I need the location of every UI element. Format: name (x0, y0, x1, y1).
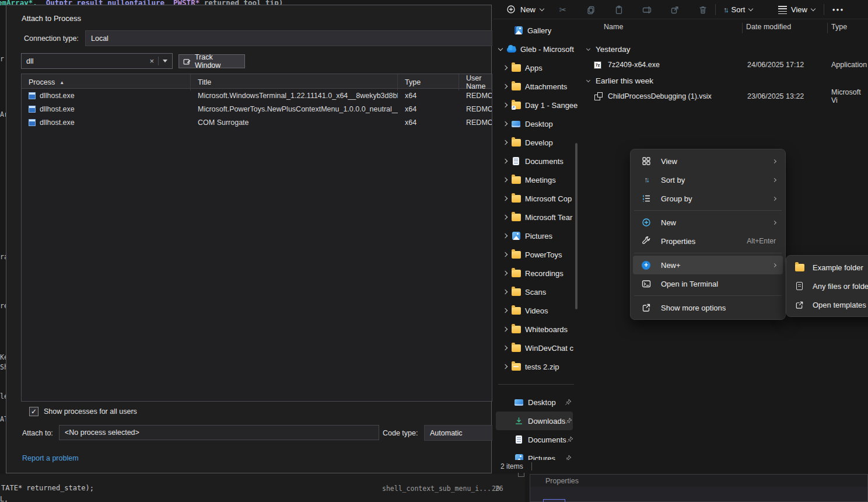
process-filter-input[interactable]: dll × (21, 53, 173, 69)
process-row[interactable]: dllhost.exe COM Surrogate x64 REDMOND (22, 116, 492, 129)
menu-item-group-by[interactable]: Group by (633, 189, 783, 208)
sidebar-item-day1[interactable]: Day 1 - Sangee (494, 96, 580, 114)
chevron-right-icon[interactable] (503, 327, 508, 332)
menu-item-open-in-terminal[interactable]: Open in Terminal (633, 274, 783, 293)
code-type-label: Code type: (383, 429, 418, 437)
column-type[interactable]: Type (398, 74, 459, 90)
sidebar-item-microsoft-cop[interactable]: Microsoft Cop (494, 189, 580, 208)
sidebar-item-pictures-pinned[interactable]: Pictures (494, 449, 580, 460)
code-type-select[interactable]: Automatic (424, 425, 492, 441)
sidebar-item-onedrive[interactable]: Gleb - Microsoft (494, 40, 580, 58)
track-window-button[interactable]: Track Window (178, 54, 245, 68)
codelens-count[interactable]: 20 (492, 484, 500, 493)
chevron-right-icon[interactable] (503, 140, 508, 145)
chevron-right-icon[interactable] (503, 233, 508, 238)
paste-button[interactable] (610, 2, 628, 17)
sort-ascending-icon: ▲ (60, 80, 64, 85)
pictures-icon (512, 232, 520, 240)
column-type[interactable]: Type (831, 23, 847, 31)
chevron-right-icon[interactable] (503, 177, 508, 182)
column-date-modified[interactable]: Date modified (746, 23, 791, 31)
sort-icon: ↑↓ (723, 5, 727, 14)
sidebar-item-desktop[interactable]: Desktop (494, 114, 580, 133)
copy-button[interactable] (582, 2, 600, 17)
sidebar-scrollbar[interactable] (575, 143, 578, 309)
rename-button[interactable] (638, 2, 656, 17)
sidebar-item-develop[interactable]: Develop (494, 133, 580, 152)
group-header-earlier-this-week[interactable]: Earlier this week (581, 73, 868, 88)
sidebar-item-meetings[interactable]: Meetings (494, 170, 580, 189)
chevron-expanded-icon[interactable] (586, 46, 590, 50)
file-row[interactable]: 7z2409-x64.exe 24/06/2025 17:12 Applicat… (581, 57, 868, 73)
sidebar-item-desktop-pinned[interactable]: Desktop (494, 393, 580, 412)
view-button[interactable]: View (775, 2, 818, 17)
see-more-button[interactable]: ●●● (830, 2, 847, 17)
sidebar-item-windevchat[interactable]: WinDevChat c (494, 339, 580, 357)
chevron-right-icon[interactable] (503, 215, 508, 219)
menu-item-new-plus[interactable]: + New+ (633, 256, 783, 274)
show-all-users-checkbox[interactable]: ✓ (29, 407, 38, 416)
chevron-right-icon[interactable] (503, 346, 508, 350)
delete-button[interactable] (694, 2, 712, 17)
menu-item-show-more-options[interactable]: Show more options (633, 298, 783, 317)
report-a-problem-link[interactable]: Report a problem (22, 454, 79, 462)
submenu-item-example-folder[interactable]: Example folder (789, 258, 868, 277)
chevron-right-icon[interactable] (503, 364, 508, 369)
chevron-right-icon[interactable] (503, 65, 508, 70)
connection-type-select[interactable]: Local (85, 30, 492, 46)
sidebar-item-recordings[interactable]: Recordings (494, 264, 580, 283)
chevron-right-icon[interactable] (503, 159, 508, 163)
chevron-expanded-icon[interactable] (498, 46, 503, 51)
menu-item-sort-by[interactable]: ↑↓ Sort by (633, 170, 783, 189)
submenu-item-any-files[interactable]: Any files or folde (789, 277, 868, 295)
chevron-right-icon[interactable] (503, 84, 508, 89)
properties-panel-title[interactable]: Properties (530, 475, 867, 487)
menu-item-properties[interactable]: Properties Alt+Enter (633, 232, 783, 250)
sidebar-item-apps[interactable]: Apps (494, 58, 580, 77)
share-button[interactable] (666, 2, 684, 17)
new-button[interactable]: New (502, 2, 548, 16)
sidebar-item-scans[interactable]: Scans (494, 283, 580, 301)
clear-filter-icon[interactable]: × (149, 57, 154, 65)
sidebar-item-powertoys[interactable]: PowerToys (494, 245, 580, 264)
group-by-icon (642, 194, 651, 203)
chevron-right-icon[interactable] (503, 290, 508, 294)
menu-item-new[interactable]: New (633, 213, 783, 232)
cut-button[interactable]: ✂ (554, 2, 572, 17)
chevron-right-icon[interactable] (503, 271, 508, 276)
sidebar-item-pictures[interactable]: Pictures (494, 226, 580, 245)
sidebar-item-videos[interactable]: Videos (494, 301, 580, 320)
column-user-name[interactable]: User Name (459, 74, 492, 90)
sidebar-item-whiteboards[interactable]: Whiteboards (494, 320, 580, 339)
filter-dropdown-icon[interactable] (163, 60, 167, 62)
sidebar-item-downloads[interactable]: Downloads (496, 412, 573, 430)
chevron-right-icon[interactable] (503, 308, 508, 313)
submenu-item-open-templates[interactable]: Open templates (789, 295, 868, 314)
group-header-yesterday[interactable]: Yesterday (581, 41, 868, 57)
sidebar-item-documents[interactable]: Documents (494, 152, 580, 170)
sidebar-item-tests-zip[interactable]: tests 2.zip (494, 357, 580, 376)
codelens-reference[interactable]: shell_context_sub_menu_i... 26 (382, 484, 503, 493)
column-name[interactable]: Name (604, 23, 623, 31)
process-row[interactable]: dllhost.exe Microsoft.PowerToys.NewPlusC… (22, 102, 492, 116)
chevron-right-icon[interactable] (503, 103, 508, 107)
sidebar-item-microsoft-tear[interactable]: Microsoft Tear (494, 208, 580, 226)
sort-button[interactable]: ↑↓ Sort (720, 2, 756, 17)
process-row[interactable]: dllhost.exe Microsoft.WindowsTerminal_1.… (22, 89, 492, 102)
sidebar-item-gallery[interactable]: Gallery (494, 21, 580, 40)
properties-panel-control[interactable] (543, 499, 565, 502)
chevron-expanded-icon[interactable] (586, 78, 590, 82)
file-row[interactable]: ChildProcessDebugging (1).vsix 23/06/202… (581, 88, 868, 104)
new-plus-circle-icon (506, 5, 516, 14)
sidebar-item-attachments[interactable]: Attachments (494, 77, 580, 96)
open-external-icon (795, 301, 804, 309)
column-title[interactable]: Title (191, 74, 398, 90)
chevron-right-icon[interactable] (503, 121, 508, 126)
menu-item-view[interactable]: View (633, 152, 783, 170)
sidebar-item-documents-pinned[interactable]: Documents (494, 430, 580, 449)
attach-to-field[interactable] (59, 425, 379, 440)
gallery-icon (514, 26, 523, 34)
column-process[interactable]: Process▲ (22, 74, 191, 90)
chevron-right-icon[interactable] (503, 252, 508, 257)
chevron-right-icon[interactable] (503, 196, 508, 201)
